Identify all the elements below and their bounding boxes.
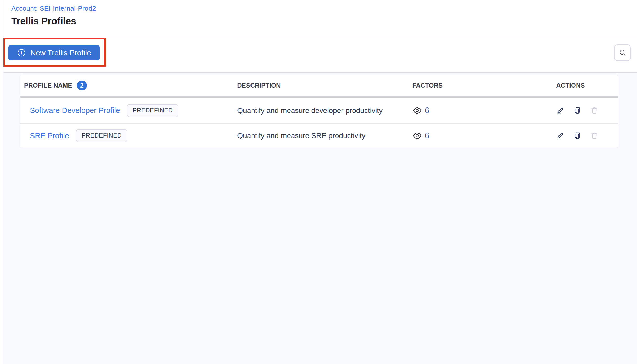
eye-icon <box>412 106 422 115</box>
new-trellis-profile-button[interactable]: New Trellis Profile <box>8 45 100 60</box>
predefined-badge: PREDEFINED <box>127 104 178 117</box>
table-header-row: PROFILE NAME 2 DESCRIPTION FACTORS ACTIO… <box>20 75 618 98</box>
content-area: PROFILE NAME 2 DESCRIPTION FACTORS ACTIO… <box>0 73 637 364</box>
factors-cell: 6 <box>404 131 547 140</box>
column-header-profile-name: PROFILE NAME 2 <box>20 81 230 90</box>
profile-count-badge: 2 <box>77 81 87 90</box>
page-title: Trellis Profiles <box>11 16 637 27</box>
delete-button[interactable] <box>590 132 599 140</box>
description-cell: Quantify and measure developer productiv… <box>230 106 404 115</box>
profile-link-sre[interactable]: SRE Profile <box>30 132 69 140</box>
plus-circle-icon <box>17 48 26 57</box>
left-gutter-divider <box>0 0 3 364</box>
copy-button[interactable] <box>573 132 582 140</box>
column-header-factors: FACTORS <box>404 82 547 89</box>
toolbar: New Trellis Profile <box>0 36 637 73</box>
table-row: Software Developer Profile PREDEFINED Qu… <box>20 98 618 124</box>
factors-cell: 6 <box>404 106 547 115</box>
column-header-description: DESCRIPTION <box>230 82 404 89</box>
account-breadcrumb-link[interactable]: Account: SEI-Internal-Prod2 <box>11 4 96 13</box>
new-trellis-profile-button-label: New Trellis Profile <box>30 49 91 57</box>
edit-button[interactable] <box>556 132 565 140</box>
copy-button[interactable] <box>573 106 582 115</box>
page-header: Account: SEI-Internal-Prod2 Trellis Prof… <box>0 0 637 36</box>
factors-count: 6 <box>425 106 429 115</box>
column-header-actions: ACTIONS <box>547 82 618 89</box>
factors-count: 6 <box>425 131 429 140</box>
edit-button[interactable] <box>556 106 565 115</box>
table-row: SRE Profile PREDEFINED Quantify and meas… <box>20 124 618 148</box>
profile-link-software-developer[interactable]: Software Developer Profile <box>30 106 120 115</box>
description-cell: Quantify and measure SRE productivity <box>230 132 404 140</box>
actions-cell <box>547 106 618 115</box>
profile-name-header-label: PROFILE NAME <box>24 82 72 89</box>
trellis-profiles-table: PROFILE NAME 2 DESCRIPTION FACTORS ACTIO… <box>20 75 618 148</box>
search-icon <box>619 49 627 57</box>
search-button[interactable] <box>614 44 631 61</box>
predefined-badge: PREDEFINED <box>76 129 127 142</box>
profile-name-cell: SRE Profile PREDEFINED <box>20 129 230 142</box>
actions-cell <box>547 132 618 140</box>
delete-button[interactable] <box>590 106 599 115</box>
profile-name-cell: Software Developer Profile PREDEFINED <box>20 104 230 117</box>
eye-icon <box>412 131 422 140</box>
